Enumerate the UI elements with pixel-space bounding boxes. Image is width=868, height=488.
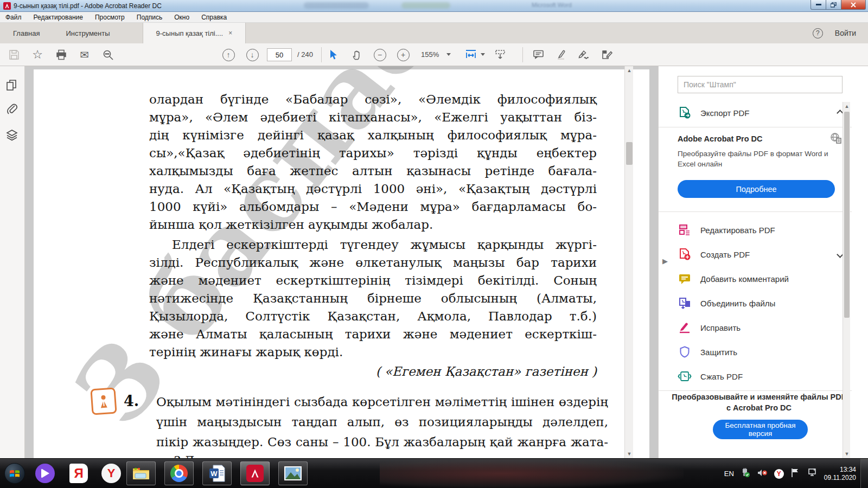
document-scrollbar-thumb[interactable] — [626, 142, 633, 165]
start-button[interactable] — [2, 461, 27, 485]
doc-text-line: олардан бүгінде «Бабалар сөзі», «Әлемдік… — [149, 92, 597, 110]
zoom-dropdown-caret[interactable] — [446, 53, 451, 56]
tool-create-pdf[interactable]: Создать PDF — [678, 243, 843, 265]
tab-home[interactable]: Главная — [0, 23, 53, 43]
taskbar-acrobat-button[interactable] — [240, 461, 270, 485]
help-icon[interactable]: ? — [813, 28, 823, 38]
highlight-tool-icon[interactable] — [554, 48, 567, 61]
panel-scrollbar[interactable]: ▲ ▼ — [843, 102, 850, 458]
doc-text-line: Елдегі ескерткіштерді түгендеу жұмысы қа… — [149, 237, 597, 255]
window-titlebar: 9-сынып қазақ тілі.pdf - Adobe Acrobat R… — [0, 0, 868, 12]
taskbar-yandex-icon[interactable]: Я — [66, 461, 91, 485]
doc-text-line: сы»,«Қазақ әдебиетінің тарихы» тәрізді қ… — [149, 146, 597, 164]
page-thumbnails-icon[interactable] — [6, 79, 18, 93]
email-icon[interactable]: ✉ — [78, 48, 91, 61]
zoom-out-icon[interactable]: − — [373, 48, 386, 61]
tools-search-input[interactable] — [678, 76, 843, 93]
sign-tool-icon[interactable] — [577, 48, 590, 61]
tray-yandex-icon[interactable]: Y — [774, 468, 784, 479]
restore-button[interactable] — [826, 0, 841, 10]
tool-combine-files[interactable]: Объединить файлы — [678, 292, 843, 314]
create-pdf-icon — [678, 247, 692, 261]
screen: 9-сынып қазақ тілі.pdf - Adobe Acrobat R… — [0, 0, 868, 488]
tool-add-comment[interactable]: Добавить комментарий — [678, 268, 843, 290]
taskbar-explorer-button[interactable] — [126, 461, 156, 485]
toolbar-divider — [522, 47, 523, 62]
action-center-flag-icon[interactable] — [790, 468, 800, 480]
exercise-line: Оқылым мәтініндегі сызбада көрсетілген м… — [156, 395, 608, 413]
taskbar-photo-viewer-button[interactable] — [278, 461, 308, 485]
taskbar-word-button[interactable]: W — [202, 461, 232, 485]
doc-text-line: және мәдениет ескерткіштерінің тізімдері… — [149, 273, 597, 291]
select-tool-icon[interactable] — [327, 48, 340, 61]
menu-edit[interactable]: Редактирование — [34, 14, 83, 21]
page-display-caret[interactable] — [481, 53, 485, 56]
previous-page-icon[interactable]: ↑ — [222, 48, 235, 61]
tab-document[interactable]: 9-сынып қазақ тілі.... × — [143, 23, 246, 43]
taskbar-chrome-button[interactable] — [164, 461, 194, 485]
hand-tool-icon[interactable] — [350, 48, 363, 61]
free-trial-button[interactable]: Бесплатная пробная версия — [713, 420, 808, 439]
tool-compress-pdf[interactable]: Сжать PDF — [678, 365, 843, 387]
fix-pen-icon — [678, 320, 692, 335]
learn-more-button[interactable]: Подробнее — [678, 180, 835, 198]
promo-text: Преобразуйте файлы PDF в формат Word и E… — [678, 149, 835, 169]
volume-muted-icon[interactable] — [757, 468, 768, 480]
close-button[interactable] — [841, 0, 866, 10]
star-icon[interactable]: ☆ — [31, 48, 44, 61]
scrolling-mode-icon[interactable] — [494, 48, 507, 61]
next-page-icon[interactable]: ↓ — [246, 48, 259, 61]
scroll-up-icon[interactable]: ▲ — [625, 66, 634, 75]
background-window-blob — [304, 2, 369, 9]
tool-protect[interactable]: Защитить — [678, 341, 843, 363]
signin-button[interactable]: Войти — [835, 29, 856, 37]
clock-time: 13:34 — [824, 466, 856, 474]
panel-scrollbar-thumb[interactable] — [844, 112, 850, 318]
print-icon[interactable] — [55, 48, 68, 61]
page-number-input[interactable] — [267, 48, 292, 61]
system-tray: EN Y 13:34 09.11.2020 — [724, 459, 856, 488]
tool-edit-pdf[interactable]: Редактировать PDF — [678, 219, 843, 241]
clock[interactable]: 13:34 09.11.2020 — [824, 466, 856, 482]
taskbar-yandex-browser-icon[interactable]: Y — [99, 461, 124, 485]
tab-bar: Главная Инструменты 9-сынып қазақ тілі..… — [0, 23, 868, 43]
attachments-icon[interactable] — [6, 103, 18, 117]
navigation-strip — [0, 66, 25, 458]
comment-tool-icon[interactable] — [532, 48, 545, 61]
tab-tools[interactable]: Инструменты — [53, 23, 123, 43]
toolbar-divider — [321, 47, 322, 62]
panel-scroll-up-icon[interactable]: ▲ — [843, 102, 851, 111]
zoom-in-icon[interactable]: + — [397, 48, 410, 61]
doc-text-line: мұра», «Әлем әдебиеті кітапханасы», «Еже… — [149, 110, 597, 128]
taskbar-alice-icon[interactable] — [33, 461, 58, 485]
menu-file[interactable]: Файл — [5, 14, 22, 21]
minimize-button[interactable] — [810, 0, 826, 10]
usb-device-icon[interactable] — [741, 468, 750, 480]
show-desktop-button[interactable] — [860, 459, 868, 488]
tool-fix[interactable]: Исправить — [678, 317, 843, 338]
fit-width-icon[interactable] — [464, 48, 477, 61]
writing-task-icon — [90, 387, 117, 415]
scroll-down-icon[interactable]: ▼ — [625, 450, 634, 458]
compress-pdf-icon — [678, 369, 692, 383]
taskbar: Я Y W EN — [0, 458, 868, 488]
menu-help[interactable]: Справка — [201, 14, 227, 21]
menu-sign[interactable]: Подпись — [137, 14, 163, 21]
save-icon[interactable] — [8, 48, 21, 61]
tab-close-icon[interactable]: × — [228, 29, 232, 37]
edit-pdf-icon — [678, 223, 692, 237]
menu-view[interactable]: Просмотр — [95, 14, 125, 21]
collapse-right-panel-icon[interactable]: ▶ — [662, 257, 668, 265]
menu-window[interactable]: Окно — [174, 14, 189, 21]
export-pdf-row[interactable]: Экспорт PDF — [678, 102, 843, 124]
network-icon[interactable] — [807, 468, 818, 480]
fill-sign-tool-icon[interactable] — [601, 48, 614, 61]
layers-icon[interactable] — [6, 129, 18, 143]
doc-text-line: халқымызды баға жетпес алтын қазынасы ре… — [149, 164, 597, 182]
zoom-level-value[interactable]: 155% — [421, 50, 439, 59]
panel-scroll-down-icon[interactable]: ▼ — [843, 450, 851, 458]
online-service-icon — [830, 132, 842, 146]
language-indicator[interactable]: EN — [724, 470, 734, 478]
search-icon[interactable] — [101, 48, 114, 61]
document-scrollbar[interactable]: ▲ ▼ — [624, 66, 633, 458]
